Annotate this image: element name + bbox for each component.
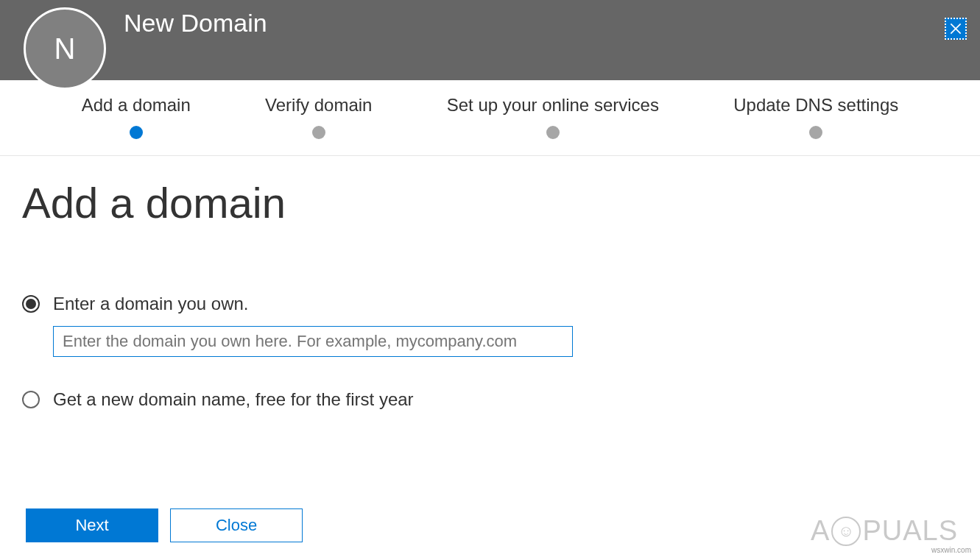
page-title: New Domain [124,9,267,38]
close-icon [948,21,963,36]
option-new-domain[interactable]: Get a new domain name, free for the firs… [22,389,958,410]
step-dot-icon [809,126,822,139]
button-row: Next Close [26,508,303,542]
header-bar: N New Domain [0,0,980,80]
content-title: Add a domain [22,178,958,227]
watermark-logo: A ☺ PUALS [811,515,958,547]
step-verify-domain[interactable]: Verify domain [265,95,372,139]
step-label: Add a domain [82,95,191,116]
option-enter-domain[interactable]: Enter a domain you own. [22,294,958,314]
content-area: Add a domain Enter a domain you own. Get… [0,156,980,410]
avatar: N [24,7,106,90]
option-label: Get a new domain name, free for the firs… [53,389,414,410]
close-button[interactable]: Close [170,508,303,542]
step-label: Set up your online services [447,95,659,116]
option-label: Enter a domain you own. [53,294,249,314]
step-label: Update DNS settings [733,95,898,116]
step-dot-icon [546,126,560,139]
step-label: Verify domain [265,95,372,116]
close-icon-button[interactable] [945,18,967,40]
wizard-stepper: Add a domain Verify domain Set up your o… [0,80,980,156]
radio-icon[interactable] [22,391,40,408]
step-dot-icon [312,126,325,139]
step-setup-services[interactable]: Set up your online services [447,95,659,139]
avatar-letter: N [54,32,76,65]
domain-input[interactable] [53,326,573,357]
step-update-dns[interactable]: Update DNS settings [733,95,898,139]
watermark-logo-icon: ☺ [831,517,861,546]
next-button[interactable]: Next [26,508,158,542]
step-add-domain[interactable]: Add a domain [82,95,191,139]
step-dot-icon [130,126,143,139]
watermark-source: wsxwin.com [931,546,971,554]
radio-icon[interactable] [22,295,40,313]
